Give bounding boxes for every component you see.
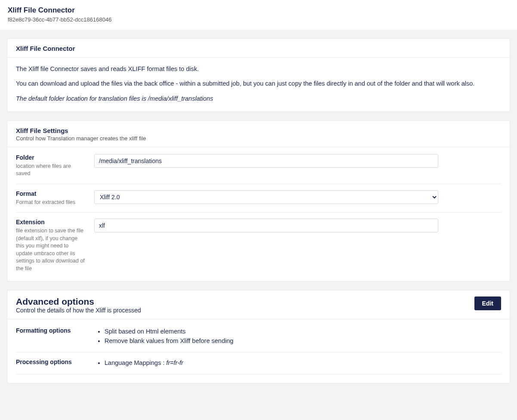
- processing-list: Language Mappings : fr=fr-fr: [94, 358, 501, 368]
- advanced-panel-body: Formatting options Split based on Html e…: [7, 319, 510, 383]
- folder-input[interactable]: [94, 154, 438, 168]
- advanced-panel: Advanced options Control the details of …: [7, 290, 510, 383]
- intro-panel: Xliff File Connector The Xliff file Conn…: [7, 38, 510, 112]
- edit-button[interactable]: Edit: [474, 296, 501, 310]
- advanced-panel-header: Advanced options Control the details of …: [7, 290, 510, 319]
- format-select[interactable]: Xliff 2.0: [94, 190, 438, 204]
- extension-label-col: Extension file extension to save the fil…: [16, 219, 86, 272]
- intro-text-1: The Xliff file Connector saves and reads…: [16, 65, 501, 73]
- formatting-label: Formatting options: [16, 327, 86, 346]
- settings-desc: Control how Translation manager creates …: [16, 135, 501, 142]
- folder-row: Folder location where files are saved: [16, 154, 501, 184]
- intro-title: Xliff File Connector: [16, 45, 501, 52]
- intro-text-3: The default folder location for translat…: [16, 94, 501, 103]
- settings-panel: Xliff File Settings Control how Translat…: [7, 120, 510, 282]
- extension-label: Extension: [16, 219, 86, 225]
- processing-label: Processing options: [16, 358, 86, 368]
- folder-label: Folder: [16, 154, 86, 161]
- extension-control-col: [94, 219, 501, 272]
- page-header: Xliff File Connector f82e8c79-36cc-4b77-…: [0, 0, 517, 30]
- formatting-item-1: Split based on Html elements: [105, 327, 501, 337]
- extension-input[interactable]: [94, 219, 438, 232]
- extension-row: Extension file extension to save the fil…: [16, 213, 501, 272]
- format-label-col: Format Format for extracted files: [16, 190, 86, 207]
- processing-value: Language Mappings : fr=fr-fr: [94, 358, 501, 368]
- format-help: Format for extracted files: [16, 199, 86, 207]
- intro-panel-body: The Xliff file Connector saves and reads…: [7, 58, 510, 111]
- format-control-col: Xliff 2.0: [94, 190, 501, 207]
- formatting-row: Formatting options Split based on Html e…: [16, 326, 501, 352]
- intro-text-2: You can download and upload the files vi…: [16, 79, 501, 88]
- formatting-list: Split based on Html elements Remove blan…: [94, 327, 501, 346]
- format-label: Format: [16, 190, 86, 197]
- folder-help: location where files are saved: [16, 163, 86, 178]
- processing-mapping-prefix: Language Mappings :: [105, 359, 166, 366]
- page-id: f82e8c79-36cc-4b77-bb52-dcc186168046: [8, 16, 509, 23]
- content-area: Xliff File Connector The Xliff file Conn…: [0, 30, 517, 401]
- format-row: Format Format for extracted files Xliff …: [16, 184, 501, 213]
- folder-control-col: [94, 154, 501, 178]
- intro-panel-header: Xliff File Connector: [7, 39, 510, 58]
- extension-help: file extension to save the file (default…: [16, 227, 86, 272]
- advanced-desc: Control the details of how the Xliff is …: [16, 307, 141, 314]
- advanced-title: Advanced options: [16, 296, 141, 307]
- processing-row: Processing options Language Mappings : f…: [16, 352, 501, 374]
- settings-title: Xliff File Settings: [16, 127, 501, 134]
- processing-mapping-value: fr=fr-fr: [166, 359, 184, 366]
- settings-panel-header: Xliff File Settings Control how Translat…: [7, 121, 510, 147]
- advanced-header-text: Advanced options Control the details of …: [16, 296, 141, 314]
- folder-label-col: Folder location where files are saved: [16, 154, 86, 178]
- page-title: Xliff File Connector: [8, 6, 509, 15]
- settings-panel-body: Folder location where files are saved Fo…: [7, 147, 510, 281]
- formatting-value: Split based on Html elements Remove blan…: [94, 327, 501, 346]
- formatting-item-2: Remove blank values from Xliff before se…: [105, 337, 501, 346]
- processing-item: Language Mappings : fr=fr-fr: [105, 358, 501, 368]
